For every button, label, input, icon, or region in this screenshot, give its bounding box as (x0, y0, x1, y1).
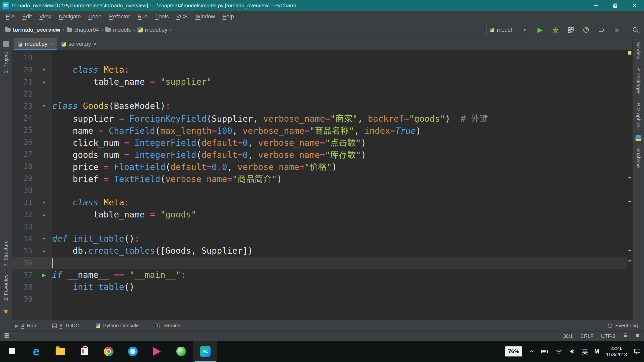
browser-blue-taskbar-button[interactable] (121, 341, 145, 362)
menu-item-help[interactable]: Help (219, 11, 237, 22)
toolwindow-python-console[interactable]: Python Console (96, 323, 139, 329)
code-line-29[interactable]: 29 brief = TextField(verbose_name="商品简介"… (12, 172, 627, 184)
menu-item-vcs[interactable]: VCS (173, 11, 191, 22)
concurrency-diagram-button[interactable] (597, 26, 606, 34)
menu-item-navigate[interactable]: Navigate (55, 11, 85, 22)
caret-position[interactable]: 36:1 (563, 333, 573, 339)
breadcrumb-item-model-py[interactable]: model.py (137, 27, 168, 33)
code-line-34[interactable]: 34▾def init_table(): (12, 233, 627, 245)
code-line-23[interactable]: 23▾class Goods(BaseModel): (12, 100, 627, 112)
menu-item-refactor[interactable]: Refactor (105, 11, 134, 22)
tool-button-sciview[interactable]: SciView (635, 37, 641, 63)
menu-item-file[interactable]: File (2, 11, 18, 22)
ime-mode-indicator[interactable]: M (591, 348, 602, 355)
code-line-26[interactable]: 26 click_num = IntegerField(default=0, v… (12, 136, 627, 148)
edge-taskbar-button[interactable]: e (24, 341, 48, 362)
fold-marker-icon[interactable]: ▾ (36, 102, 52, 109)
code-line-22[interactable]: 22 (12, 88, 627, 100)
menu-item-window[interactable]: Window (191, 11, 219, 22)
menu-item-run[interactable]: Run (134, 11, 151, 22)
toolwindow-toggle-icon[interactable] (4, 333, 10, 340)
file-encoding[interactable]: UTF-8 (601, 333, 615, 339)
fold-end-marker-icon[interactable]: ▴ (36, 247, 52, 254)
menu-item-tools[interactable]: Tools (151, 11, 173, 22)
code-line-19[interactable]: 19 (12, 52, 627, 64)
fold-marker-icon[interactable]: ▾ (36, 199, 52, 206)
pink-arrow-taskbar-button[interactable] (145, 341, 169, 362)
store-taskbar-button[interactable] (72, 341, 97, 362)
volume-tray-icon[interactable] (566, 348, 579, 354)
input-language-indicator[interactable]: 英 (579, 347, 591, 356)
tab-close-icon[interactable]: × (93, 41, 97, 47)
tab-server-py[interactable]: server.py × (57, 38, 101, 50)
search-everywhere-icon[interactable] (631, 26, 640, 34)
pycharm-taskbar-button[interactable]: PC (193, 341, 217, 362)
breadcrumb-item-chapter04[interactable]: chapter04 (66, 27, 100, 33)
action-center-button[interactable] (630, 348, 644, 355)
project-tool-icon[interactable] (3, 41, 9, 47)
code-line-30[interactable]: 30 (12, 184, 627, 196)
close-button[interactable] (625, 0, 644, 11)
tool-button-structure[interactable]: 7: Structure (3, 236, 9, 270)
toolwindow-terminal[interactable]: Terminal (155, 323, 182, 329)
fold-marker-icon[interactable]: ▾ (36, 66, 52, 73)
run-config-select[interactable]: model ▾ (486, 25, 529, 35)
code-line-32[interactable]: 32▴ table_name = "goods" (12, 208, 627, 220)
taskbar-clock[interactable]: 22:46 11/3/2018 (602, 345, 630, 358)
tool-button-r-packages[interactable]: R Packages (635, 63, 641, 99)
favorites-star-icon[interactable]: ★ (3, 307, 9, 315)
code-line-31[interactable]: 31▾ class Meta: (12, 196, 627, 208)
profiler-button[interactable] (582, 26, 590, 34)
tool-button-favorites[interactable]: 2: Favorites (3, 270, 9, 305)
code-line-37[interactable]: 37▶if __name__ == "__main__": (12, 269, 627, 281)
battery-percentage[interactable]: 76% (502, 346, 526, 356)
inspections-profile-icon[interactable] (635, 333, 640, 339)
minimize-button[interactable] (587, 0, 606, 11)
tool-button-project[interactable]: 1: Project (3, 48, 9, 77)
code-line-39[interactable]: 39 (12, 293, 627, 305)
tab-model-py[interactable]: model.py × (14, 38, 57, 50)
code-line-20[interactable]: 20▾ class Meta: (12, 64, 627, 76)
code-line-27[interactable]: 27 goods_num = IntegerField(default=0, v… (12, 148, 627, 160)
green-sphere-taskbar-button[interactable] (169, 341, 193, 362)
code-line-38[interactable]: 38 init_table() (12, 281, 627, 293)
code-line-21[interactable]: 21▴ table_name = "supplier" (12, 76, 627, 88)
tab-close-icon[interactable]: × (50, 41, 53, 47)
fold-marker-icon[interactable]: ▾ (36, 235, 52, 242)
debug-button[interactable] (551, 26, 560, 34)
menu-item-code[interactable]: Code (85, 11, 105, 22)
line-separator[interactable]: CRLF (580, 333, 593, 339)
code-line-35[interactable]: 35▴ db.create_tables([Goods, Supplier]) (12, 245, 627, 257)
toolwindow-run[interactable]: ▶ 4: Run (15, 323, 36, 329)
network-tray-icon[interactable] (552, 348, 566, 354)
code-line-33[interactable]: 33 (12, 220, 627, 233)
tray-overflow-chevron[interactable] (526, 349, 538, 354)
breadcrumb-item-project[interactable]: tornado_overview (5, 27, 61, 33)
run-button[interactable]: ▶ (536, 26, 544, 34)
tool-button-database[interactable]: Database (635, 142, 641, 172)
file-explorer-taskbar-button[interactable] (48, 341, 72, 362)
coverage-button[interactable] (567, 26, 575, 34)
chrome-taskbar-button[interactable] (97, 341, 121, 362)
battery-tray-icon[interactable] (538, 348, 552, 354)
breadcrumb-item-models[interactable]: models (105, 27, 132, 33)
code-area[interactable]: 1920▾ class Meta:21▴ table_name = "suppl… (12, 50, 627, 320)
maximize-restore-button[interactable] (606, 0, 625, 11)
readonly-lock-icon[interactable] (623, 333, 627, 339)
toolwindow-todo[interactable]: 6: TODO (52, 323, 79, 329)
code-line-28[interactable]: 28 price = FloatField(default=0.0, verbo… (12, 160, 627, 172)
code-line-24[interactable]: 24 supplier = ForeignKeyField(Supplier, … (12, 112, 627, 124)
run-line-icon[interactable]: ▶ (42, 271, 46, 279)
code-line-36[interactable]: 36 (12, 257, 627, 269)
start-button[interactable] (0, 341, 24, 362)
tool-button-r-graphics[interactable]: R Graphics (635, 99, 641, 132)
code-text: def init_table(): (52, 234, 627, 244)
fold-end-marker-icon[interactable]: ▴ (36, 78, 52, 85)
event-log-button[interactable]: Event Log (607, 323, 638, 329)
battery-percent-label: 76% (505, 346, 522, 356)
scrollbar-stripe[interactable] (627, 50, 632, 320)
fold-end-marker-icon[interactable]: ▴ (36, 211, 52, 218)
code-line-25[interactable]: 25 name = CharField(max_length=100, verb… (12, 124, 627, 136)
menu-item-view[interactable]: View (35, 11, 55, 22)
menu-item-edit[interactable]: Edit (18, 11, 35, 22)
